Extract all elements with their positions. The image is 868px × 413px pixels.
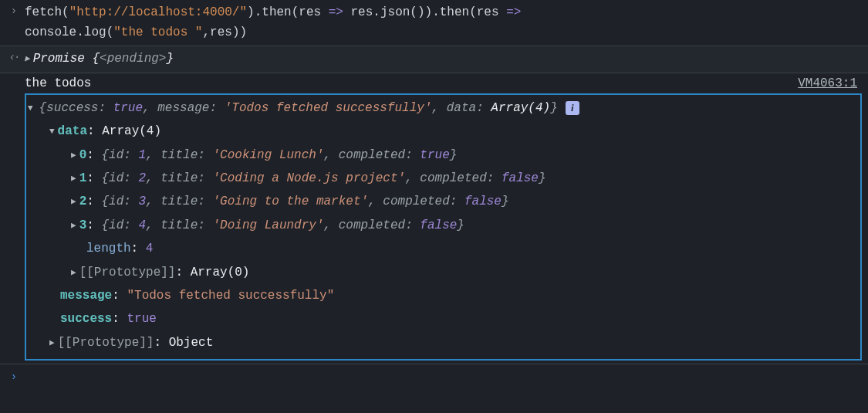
token-bool: true <box>113 101 143 115</box>
return-value[interactable]: Promise {<pending>} <box>25 49 862 69</box>
array-item[interactable]: 0: {id: 1, title: 'Cooking Lunch', compl… <box>28 144 856 167</box>
brace: } <box>166 52 174 66</box>
sep: , <box>432 101 447 115</box>
token-param: res <box>477 5 499 19</box>
prop-key: message <box>60 289 112 303</box>
prop-key: success <box>60 312 112 326</box>
array-index: 1 <box>79 171 87 185</box>
console-return-row: Promise {<pending>} <box>0 46 868 73</box>
token-string: "the todos " <box>113 25 202 39</box>
console-prompt-row[interactable]: › <box>0 364 868 388</box>
token-fn: fetch <box>25 5 62 19</box>
token-arrow: => <box>499 5 522 19</box>
promise-state: <pending> <box>100 52 166 66</box>
collapse-icon[interactable] <box>49 120 55 143</box>
collapse-icon[interactable] <box>28 96 33 120</box>
prop-key: [[Prototype]] <box>79 266 176 279</box>
console-input-row: › fetch("http://localhost:4000/").then(r… <box>0 0 868 46</box>
brace: { <box>92 52 100 66</box>
prop-value: 4 <box>146 242 154 256</box>
array-index: 2 <box>79 195 87 208</box>
token-fn: .then <box>255 5 292 19</box>
source-link[interactable]: VM4063:1 <box>798 76 862 90</box>
token-fn: res.json <box>351 5 410 19</box>
prop-type: Array(4) <box>102 124 161 138</box>
return-icon <box>3 49 25 63</box>
prompt-icon: › <box>3 369 25 383</box>
input-prompt-icon: › <box>3 3 25 17</box>
token-key: data: <box>447 101 484 115</box>
prop-value: Object <box>169 336 214 350</box>
object-summary[interactable]: {success: true, message: 'Todos fetched … <box>28 96 856 120</box>
token-arrow: => <box>321 5 350 19</box>
token-string: "http://localhost:4000/" <box>69 5 247 19</box>
promise-label: Promise <box>33 52 93 66</box>
property-data[interactable]: data: Array(4) <box>28 120 856 143</box>
brace: } <box>550 101 558 115</box>
array-item[interactable]: 2: {id: 3, title: 'Going to the market',… <box>28 190 856 213</box>
property-prototype-array[interactable]: [[Prototype]]: Array(0) <box>28 261 856 284</box>
token-fn: .then <box>432 5 469 19</box>
object-inspector: {success: true, message: 'Todos fetched … <box>25 93 862 361</box>
token-type: Array(4) <box>491 101 550 115</box>
token-key: success: <box>46 101 106 115</box>
console-log-row: the todos VM4063:1 {success: true, messa… <box>0 73 868 364</box>
property-length[interactable]: length: 4 <box>28 237 856 260</box>
prop-key: data <box>58 124 87 138</box>
token-key: message: <box>157 101 217 115</box>
prop-key: [[Prototype]] <box>58 336 154 350</box>
token-punct: ( <box>62 5 69 19</box>
token-punct: )) <box>232 25 247 39</box>
expand-icon[interactable] <box>71 214 76 237</box>
property-prototype-object[interactable]: [[Prototype]]: Object <box>28 331 856 354</box>
token-fn: console.log <box>25 25 106 39</box>
token-punct: ) <box>247 5 255 19</box>
array-item[interactable]: 1: {id: 2, title: 'Coding a Node.js proj… <box>28 167 856 190</box>
expand-icon[interactable] <box>25 49 30 69</box>
sep: , <box>143 101 157 115</box>
expand-icon[interactable] <box>71 144 76 167</box>
prop-value: Array(0) <box>191 266 250 279</box>
property-message[interactable]: message: "Todos fetched successfully" <box>28 284 856 307</box>
brace: { <box>39 101 47 115</box>
array-index: 3 <box>79 218 87 232</box>
array-item[interactable]: 3: {id: 4, title: 'Doing Laundry', compl… <box>28 214 856 237</box>
info-icon[interactable]: i <box>566 101 579 115</box>
property-success[interactable]: success: true <box>28 307 856 330</box>
log-message-text: the todos <box>25 76 91 90</box>
gutter-empty <box>3 76 25 78</box>
token-param: res <box>299 5 321 19</box>
array-index: 0 <box>79 148 87 162</box>
prop-value: "Todos fetched successfully" <box>127 289 334 303</box>
expand-icon[interactable] <box>71 190 76 213</box>
token-arg: res <box>210 25 232 39</box>
token-string: 'Todos fetched successfully' <box>225 101 432 115</box>
input-code[interactable]: fetch("http://localhost:4000/").then(res… <box>25 3 862 42</box>
expand-icon[interactable] <box>71 261 76 284</box>
prop-value: true <box>127 312 156 326</box>
prop-key: length <box>86 242 131 256</box>
expand-icon[interactable] <box>71 167 76 190</box>
expand-icon[interactable] <box>49 331 55 354</box>
token-punct: , <box>202 25 210 39</box>
